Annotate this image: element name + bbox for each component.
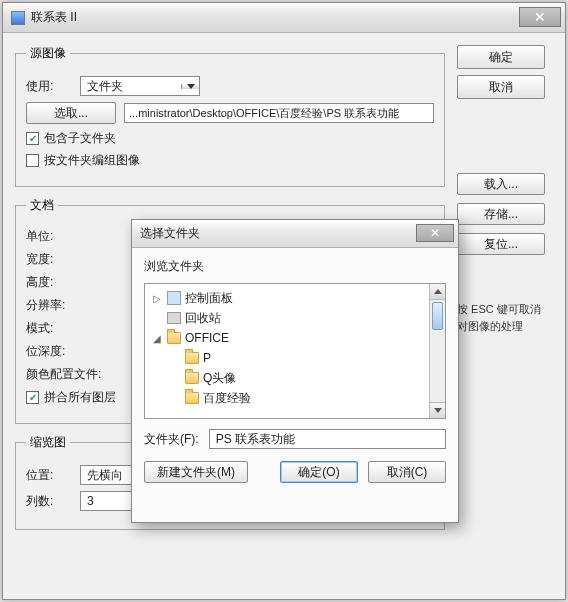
main-window: 联系表 II ✕ 确定 取消 载入... 存储... 复位... 按 ESC 键… (2, 2, 566, 600)
control-panel-icon (167, 291, 181, 305)
checkbox-icon (26, 154, 39, 167)
tree-label: 百度经验 (203, 390, 251, 407)
tree-label: 回收站 (185, 310, 221, 327)
scroll-down-icon[interactable] (430, 402, 445, 418)
tree-node[interactable]: 百度经验 (151, 388, 439, 408)
bit-depth-label: 位深度: (26, 343, 80, 360)
browse-ok-button[interactable]: 确定(O) (280, 461, 358, 483)
window-title: 联系表 II (31, 9, 557, 26)
tree-label: OFFICE (185, 331, 229, 345)
close-icon[interactable]: ✕ (416, 224, 454, 242)
width-label: 宽度: (26, 251, 80, 268)
titlebar[interactable]: 联系表 II ✕ (3, 3, 565, 33)
include-subfolders-label: 包含子文件夹 (44, 130, 116, 147)
checkbox-icon (26, 132, 39, 145)
folder-icon (185, 372, 199, 384)
chevron-down-icon (181, 84, 199, 89)
tree-label: 控制面板 (185, 290, 233, 307)
tree-node[interactable]: 回收站 (151, 308, 439, 328)
scroll-up-icon[interactable] (430, 284, 445, 300)
resolution-label: 分辨率: (26, 297, 80, 314)
folder-tree: ▷ 控制面板 回收站 ◢ OFFICE (144, 283, 446, 419)
preset-buttons: 载入... 存储... 复位... (457, 173, 553, 263)
cols-label: 列数: (26, 493, 80, 510)
browse-cancel-button[interactable]: 取消(C) (368, 461, 446, 483)
unit-label: 单位: (26, 228, 80, 245)
use-label: 使用: (26, 78, 80, 95)
cancel-button[interactable]: 取消 (457, 75, 545, 99)
browse-title: 选择文件夹 (140, 225, 200, 242)
thumbnail-legend: 缩览图 (26, 434, 70, 451)
mode-label: 模式: (26, 320, 80, 337)
esc-note-line2: 对图像的处理 (457, 320, 523, 332)
source-path: ...ministrator\Desktop\OFFICE\百度经验\PS 联系… (124, 103, 434, 123)
dialog-main-buttons: 确定 取消 (457, 45, 553, 105)
folder-icon (185, 392, 199, 404)
flatten-layers-label: 拼合所有图层 (44, 389, 116, 406)
include-subfolders-checkbox[interactable]: 包含子文件夹 (26, 130, 434, 147)
checkbox-icon (26, 391, 39, 404)
use-combo[interactable]: 文件夹 (80, 76, 200, 96)
load-button[interactable]: 载入... (457, 173, 545, 195)
use-value: 文件夹 (81, 78, 181, 95)
reset-button[interactable]: 复位... (457, 233, 545, 255)
recycle-bin-icon (167, 312, 181, 324)
group-by-folder-checkbox[interactable]: 按文件夹编组图像 (26, 152, 434, 169)
browse-folder-dialog: 选择文件夹 ✕ 浏览文件夹 ▷ 控制面板 回收站 (131, 219, 459, 523)
folder-icon (167, 332, 181, 344)
browse-heading: 浏览文件夹 (144, 258, 446, 275)
source-legend: 源图像 (26, 45, 70, 62)
tree-node[interactable]: P (151, 348, 439, 368)
app-icon (11, 11, 25, 25)
save-button[interactable]: 存储... (457, 203, 545, 225)
group-by-folder-label: 按文件夹编组图像 (44, 152, 140, 169)
tree-scrollbar[interactable] (429, 284, 445, 418)
esc-note-line1: 按 ESC 键可取消 (457, 303, 541, 315)
ok-button[interactable]: 确定 (457, 45, 545, 69)
tree-node[interactable]: Q头像 (151, 368, 439, 388)
tree-node[interactable]: ◢ OFFICE (151, 328, 439, 348)
folder-icon (185, 352, 199, 364)
browse-body: 浏览文件夹 ▷ 控制面板 回收站 ◢ (132, 248, 458, 493)
color-profile-label: 颜色配置文件: (26, 366, 116, 383)
folder-field[interactable]: PS 联系表功能 (209, 429, 446, 449)
folder-field-label: 文件夹(F): (144, 431, 199, 448)
browse-titlebar[interactable]: 选择文件夹 ✕ (132, 220, 458, 248)
document-legend: 文档 (26, 197, 58, 214)
tree-label: Q头像 (203, 370, 236, 387)
scroll-thumb[interactable] (432, 302, 443, 330)
collapse-icon[interactable]: ◢ (151, 333, 163, 344)
tree-label: P (203, 351, 211, 365)
height-label: 高度: (26, 274, 80, 291)
esc-note: 按 ESC 键可取消 对图像的处理 (457, 301, 553, 334)
tree-node[interactable]: ▷ 控制面板 (151, 288, 439, 308)
source-group: 源图像 使用: 文件夹 选取... ...ministrator\Desktop… (15, 45, 445, 187)
choose-button[interactable]: 选取... (26, 102, 116, 124)
close-icon[interactable]: ✕ (519, 7, 561, 27)
place-label: 位置: (26, 467, 80, 484)
new-folder-button[interactable]: 新建文件夹(M) (144, 461, 248, 483)
expand-icon[interactable]: ▷ (151, 293, 163, 304)
